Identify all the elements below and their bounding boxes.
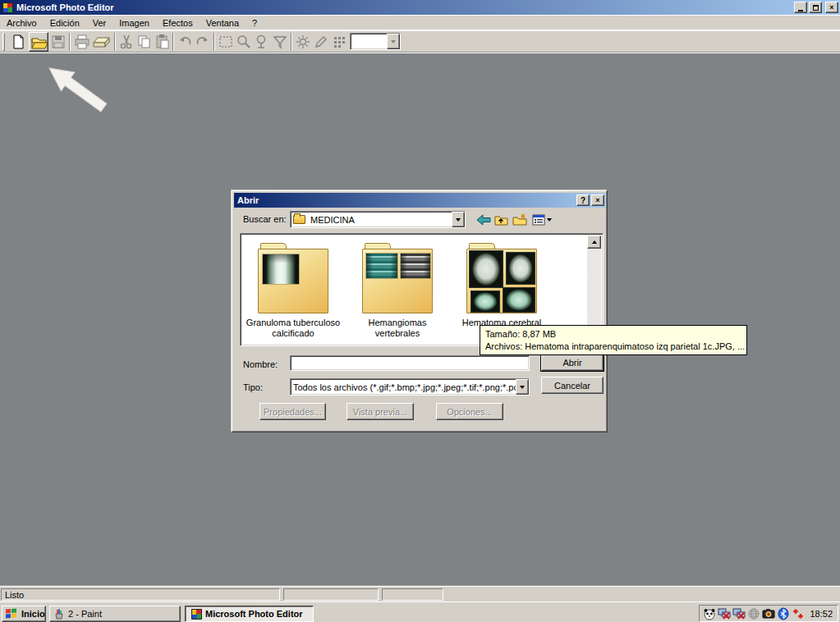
crop-icon[interactable] xyxy=(272,34,288,50)
network-disconnected-icon[interactable] xyxy=(718,607,731,620)
zoom-select-icon[interactable] xyxy=(254,34,270,50)
folder-item-label: Granuloma tuberculoso calcificado xyxy=(245,318,342,339)
globe-offline-icon[interactable] xyxy=(747,607,760,620)
filetype-value: Todos los archivos (*.gif;*.bmp;*.jpg;*.… xyxy=(291,382,516,392)
zoom-combobox-dropdown[interactable] xyxy=(387,34,400,49)
preview-button[interactable]: Vista previa... xyxy=(347,403,414,420)
menu-bar: Archivo Edición Ver Imagen Efectos Venta… xyxy=(0,15,840,30)
folder-item-label: Hemangiomas vertebrales xyxy=(349,318,446,339)
toolbar-separator xyxy=(291,33,292,51)
menu-imagen[interactable]: Imagen xyxy=(112,16,156,30)
panda-icon[interactable] xyxy=(703,607,716,620)
copy-icon[interactable] xyxy=(136,34,153,50)
task-label: Microsoft Photo Editor xyxy=(205,609,303,619)
toolbar xyxy=(0,30,840,53)
close-button[interactable]: × xyxy=(825,2,838,13)
folder-icon xyxy=(293,215,305,224)
status-text: Listo xyxy=(1,588,280,601)
lookin-dropdown[interactable] xyxy=(452,212,465,227)
filename-label: Nombre: xyxy=(243,359,278,369)
taskbar: Inicio 2 - Paint Microsoft Photo Editor xyxy=(0,601,840,622)
open-confirm-button[interactable]: Abrir xyxy=(541,354,604,371)
tooltip: Tamaño: 8,87 MB Archivos: Hematoma intra… xyxy=(480,325,747,355)
view-menu-button[interactable] xyxy=(530,212,553,227)
tooltip-files-line: Archivos: Hematoma intraparenquimatoso i… xyxy=(485,341,741,353)
network-disconnected-icon[interactable] xyxy=(732,607,746,620)
folder-thumbnail-icon xyxy=(466,243,537,313)
photo-editor-app-icon xyxy=(2,2,13,13)
back-arrow-icon xyxy=(476,214,491,226)
paste-icon[interactable] xyxy=(154,34,171,50)
cut-icon[interactable] xyxy=(118,34,135,50)
bluetooth-icon[interactable] xyxy=(777,607,790,620)
camera-icon[interactable] xyxy=(762,607,775,620)
toolbar-separator xyxy=(172,33,174,51)
scroll-up-button[interactable] xyxy=(587,236,601,249)
task-photo-editor[interactable]: Microsoft Photo Editor xyxy=(185,606,314,622)
status-panel xyxy=(283,588,379,601)
properties-button[interactable]: Propiedades... xyxy=(259,403,326,420)
windows-logo-icon xyxy=(6,608,18,620)
scan-icon[interactable] xyxy=(92,34,112,50)
redo-icon[interactable] xyxy=(195,34,211,50)
open-dialog: Abrir ? × Buscar en: MEDICINA xyxy=(231,190,608,432)
new-folder-button[interactable] xyxy=(512,212,528,227)
smudge-icon[interactable] xyxy=(331,34,347,50)
lookin-label: Buscar en: xyxy=(243,214,287,224)
menu-ventana[interactable]: Ventana xyxy=(200,16,246,30)
filetype-combobox[interactable]: Todos los archivos (*.gif;*.bmp;*.jpg;*.… xyxy=(290,378,530,396)
new-document-icon[interactable] xyxy=(11,34,27,50)
folder-item-granuloma[interactable]: Granuloma tuberculoso calcificado xyxy=(250,240,336,344)
menu-ayuda[interactable]: ? xyxy=(246,16,264,30)
lookin-combobox[interactable]: MEDICINA xyxy=(290,211,466,228)
toolbar-grip[interactable] xyxy=(2,33,5,51)
zoom-icon[interactable] xyxy=(236,34,252,50)
dialog-titlebar: Abrir ? × xyxy=(234,193,606,208)
brightness-icon[interactable] xyxy=(295,34,311,50)
start-label: Inicio xyxy=(21,609,45,619)
network-activity-icon[interactable] xyxy=(792,607,805,620)
pencil-icon[interactable] xyxy=(313,34,329,50)
task-label: 2 - Paint xyxy=(68,609,102,619)
folder-thumbnail-icon xyxy=(258,243,328,313)
filetype-label: Tipo: xyxy=(243,382,263,392)
status-bar: Listo xyxy=(0,585,840,601)
open-folder-icon xyxy=(30,34,48,52)
open-button[interactable] xyxy=(29,32,48,52)
toolbar-separator xyxy=(69,33,71,51)
dialog-close-button[interactable]: × xyxy=(591,194,604,206)
filetype-dropdown[interactable] xyxy=(516,379,529,395)
task-paint[interactable]: 2 - Paint xyxy=(49,606,181,622)
menu-edicion[interactable]: Edición xyxy=(44,16,86,30)
menu-archivo[interactable]: Archivo xyxy=(0,16,44,30)
start-button[interactable]: Inicio xyxy=(2,606,46,622)
save-icon[interactable] xyxy=(50,34,67,50)
back-button[interactable] xyxy=(475,212,492,227)
zoom-combobox[interactable] xyxy=(350,33,401,50)
toolbar-separator xyxy=(114,33,116,51)
tooltip-size-line: Tamaño: 8,87 MB xyxy=(485,328,741,341)
menu-efectos[interactable]: Efectos xyxy=(156,16,200,30)
up-one-level-button[interactable] xyxy=(493,212,509,227)
restore-button[interactable] xyxy=(809,2,822,13)
photo-editor-app-icon xyxy=(191,609,202,620)
status-panel xyxy=(382,588,443,601)
filename-input[interactable] xyxy=(290,355,530,371)
dialog-title: Abrir xyxy=(237,195,259,205)
app-titlebar: Microsoft Photo Editor × xyxy=(0,0,840,15)
workspace: Abrir ? × Buscar en: MEDICINA xyxy=(0,53,840,585)
options-button[interactable]: Opciones... xyxy=(436,403,503,420)
screen: { "window": { "title": "Microsoft Photo … xyxy=(0,0,840,622)
menu-ver[interactable]: Ver xyxy=(86,16,113,30)
minimize-button[interactable] xyxy=(794,2,807,13)
folder-item-hemangiomas[interactable]: Hemangiomas vertebrales xyxy=(355,240,440,344)
print-icon[interactable] xyxy=(74,34,90,50)
dialog-help-button[interactable]: ? xyxy=(576,194,590,206)
app-title: Microsoft Photo Editor xyxy=(16,2,114,12)
toolbar-separator xyxy=(213,33,215,51)
paint-app-icon xyxy=(53,608,65,620)
scroll-up-icon xyxy=(592,238,597,244)
select-icon[interactable] xyxy=(218,34,234,50)
undo-icon[interactable] xyxy=(177,34,193,50)
cancel-button[interactable]: Cancelar xyxy=(541,377,604,394)
